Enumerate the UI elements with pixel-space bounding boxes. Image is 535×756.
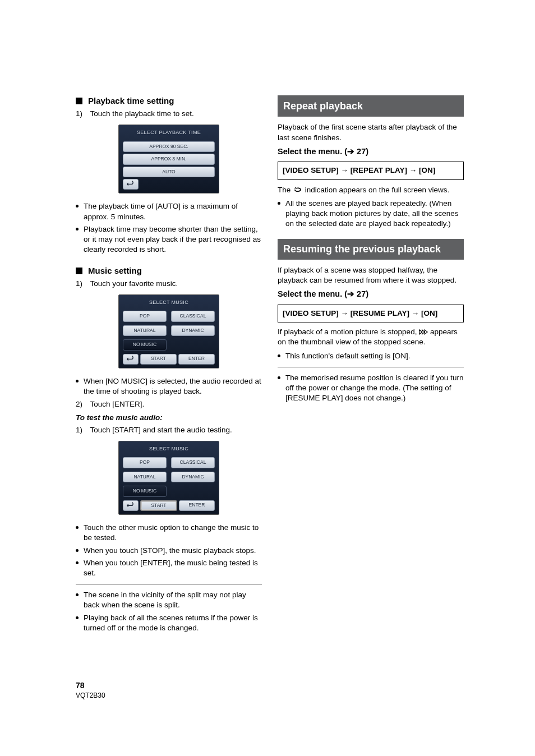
note-item: Touch the other music option to change t… [76,523,262,543]
osd-select-music: SELECT MUSIC POP CLASSICAL NATURAL DYNAM… [118,294,219,368]
osd-option-3min: APPROX 3 MIN. [123,154,215,164]
music-step-1: 1) Touch your favorite music. [76,279,262,289]
osd-start-button: START [140,354,177,365]
playback-time-notes: The playback time of [AUTO] is a maximum… [76,201,262,255]
return-arrow-icon [127,357,135,362]
resume-stopped-text: If playback of a motion picture is stopp… [278,327,464,347]
repeat-playback-title: Repeat playback [278,95,464,117]
osd-option-auto: AUTO [123,167,215,177]
right-column: Repeat playback Playback of the first sc… [278,95,464,635]
resume-menu-box: [VIDEO SETUP] → [RESUME PLAY] → [ON] [278,305,464,322]
osd-music-classical: CLASSICAL [171,311,215,321]
step-text: Touch [ENTER]. [90,400,145,408]
step-text: Touch the playback time to set. [90,109,194,118]
playback-time-step-1: 1) Touch the playback time to set. [76,109,262,119]
page-number: 78 [76,680,105,691]
note-item: This function's default setting is [ON]. [278,351,464,361]
resume-playback-title: Resuming the previous playback [278,239,464,260]
test-music-heading: To test the music audio: [76,413,262,423]
osd-enter-button: ENTER [178,354,215,365]
post-rule-notes: The scene in the vicinity of the split m… [76,590,262,633]
left-column: Playback time setting 1) Touch the playb… [76,95,262,635]
page-content: Playback time setting 1) Touch the playb… [0,0,535,635]
resume-notes-2: The memorised resume position is cleared… [278,373,464,404]
repeat-menu-box: [VIDEO SETUP] → [REPEAT PLAY] → [ON] [278,162,464,179]
osd-back-button [123,500,139,511]
square-bullet-icon [76,98,82,104]
step-number: 1) [76,279,88,289]
osd-music-dynamic: DYNAMIC [171,325,215,336]
resume-select-menu: Select the menu. (➔ 27) [278,289,464,300]
osd-back-button [123,179,139,190]
osd-enter-button: ENTER [179,500,215,511]
repeat-select-menu: Select the menu. (➔ 27) [278,146,464,158]
osd-music-classical: CLASSICAL [171,457,215,468]
horizontal-rule [278,367,464,367]
osd-playback-time: SELECT PLAYBACK TIME APPROX 90 SEC. APPR… [118,125,219,193]
text-part-a: The [278,186,293,194]
repeat-intro: Playback of the first scene starts after… [278,122,464,142]
step-number: 2) [76,399,88,409]
page-footer: 78 VQT2B30 [76,680,105,700]
resume-notes-1: This function's default setting is [ON]. [278,351,464,361]
heading-text: Playback time setting [88,95,174,107]
repeat-notes: All the scenes are played back repeatedl… [278,199,464,229]
osd-music-none: NO MUSIC [123,339,167,350]
step-number: 1) [76,425,88,435]
note-item: Playback time may become shorter than th… [76,224,262,255]
osd-music-natural: NATURAL [123,472,167,482]
resume-intro: If playback of a scene was stopped halfw… [278,265,464,285]
osd-music-pop: POP [123,457,167,468]
note-item: When [NO MUSIC] is selected, the audio r… [76,376,262,397]
music-heading: Music setting [76,265,262,276]
step-text: Touch your favorite music. [90,279,178,288]
square-bullet-icon [76,268,82,274]
note-item: The playback time of [AUTO] is a maximum… [76,201,262,222]
osd-music-dynamic: DYNAMIC [171,472,215,482]
loop-icon [293,186,303,192]
resume-icon [419,328,428,335]
music-no-music-note: When [NO MUSIC] is selected, the audio r… [76,376,262,397]
osd-option-90sec: APPROX 90 SEC. [123,141,215,152]
osd-music-natural: NATURAL [123,325,167,336]
text-part-a: If playback of a motion picture is stopp… [278,328,419,336]
note-item: When you touch [STOP], the music playbac… [76,546,262,556]
note-item: Playing back of all the scenes returns i… [76,613,262,633]
osd-title: SELECT MUSIC [121,443,217,455]
return-arrow-icon [127,503,135,509]
test-step-1: 1) Touch [START] and start the audio tes… [76,425,262,435]
repeat-indication-text: The indication appears on the full scree… [278,185,464,195]
osd-music-pop: POP [123,311,167,321]
osd-select-music-test: SELECT MUSIC POP CLASSICAL NATURAL DYNAM… [118,441,219,515]
osd-title: SELECT MUSIC [121,297,217,309]
step-text: Touch [START] and start the audio testin… [90,426,232,434]
osd-back-button [123,354,139,365]
note-item: The scene in the vicinity of the split m… [76,590,262,610]
heading-text: Music setting [88,265,142,276]
note-item: The memorised resume position is cleared… [278,373,464,404]
horizontal-rule [76,584,262,584]
doc-code: VQT2B30 [76,691,105,700]
osd-music-none: NO MUSIC [123,486,167,496]
osd-start-button-highlighted: START [140,500,177,511]
osd-title: SELECT PLAYBACK TIME [121,127,217,139]
step-number: 1) [76,109,88,119]
text-part-b: indication appears on the full screen vi… [305,186,449,194]
playback-time-heading: Playback time setting [76,95,262,107]
note-item: When you touch [ENTER], the music being … [76,558,262,578]
music-step-2: 2) Touch [ENTER]. [76,399,262,409]
test-music-notes: Touch the other music option to change t… [76,523,262,578]
return-arrow-icon [127,182,135,187]
note-item: All the scenes are played back repeatedl… [278,199,464,229]
